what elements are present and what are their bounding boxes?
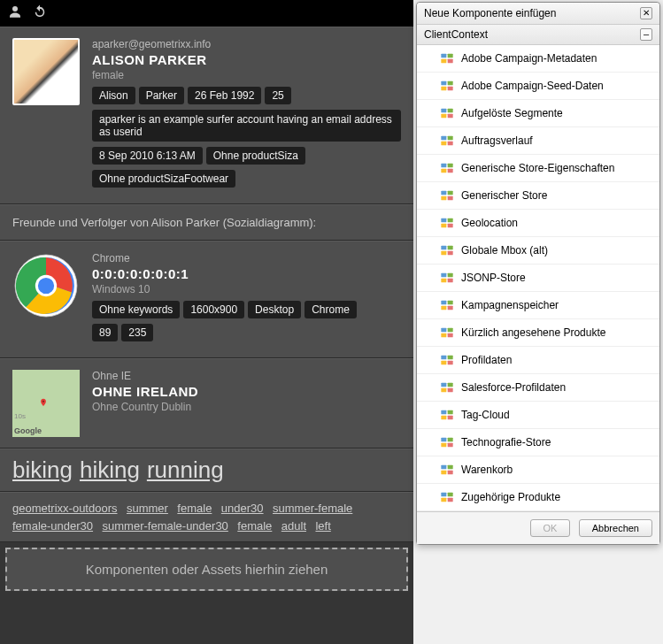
reset-icon[interactable] — [32, 4, 48, 23]
tag[interactable]: adult — [281, 518, 306, 535]
component-item[interactable]: Aufgelöste Segmente — [417, 100, 659, 127]
dialog-titlebar[interactable]: Neue Komponente einfügen ✕ — [417, 3, 659, 25]
pill: 8 Sep 2010 6:13 AM — [92, 147, 203, 165]
svg-rect-34 — [441, 246, 446, 250]
svg-rect-59 — [448, 410, 453, 415]
profile-email: aparker@geometrixx.info — [92, 38, 401, 50]
tag[interactable]: biking — [12, 456, 73, 484]
tag[interactable]: geometrixx-outdoors — [12, 500, 118, 518]
tag[interactable]: summer — [127, 500, 168, 518]
component-item[interactable]: Adobe Campaign-Metadaten — [417, 45, 659, 73]
pill: 26 Feb 1992 — [188, 87, 261, 104]
svg-rect-57 — [448, 388, 453, 393]
user-icon[interactable] — [7, 4, 23, 23]
svg-rect-11 — [448, 81, 453, 86]
pill: Chrome — [305, 301, 357, 318]
component-item[interactable]: Profildaten — [417, 347, 659, 374]
component-item[interactable]: Adobe Campaign-Seed-Daten — [417, 73, 659, 100]
svg-rect-56 — [441, 388, 446, 393]
tag[interactable]: summer-female-under30 — [103, 518, 228, 535]
component-item[interactable]: Generische Store-Eigenschaften — [417, 155, 659, 182]
tag[interactable]: female — [177, 500, 212, 518]
component-item[interactable]: Geolocation — [417, 210, 659, 237]
collapse-icon[interactable]: – — [640, 28, 652, 41]
svg-rect-35 — [448, 246, 453, 250]
svg-rect-6 — [441, 54, 446, 58]
component-item[interactable]: JSONP-Store — [417, 264, 659, 292]
component-item[interactable]: Globale Mbox (alt) — [417, 237, 659, 264]
svg-rect-22 — [441, 164, 446, 168]
svg-rect-26 — [441, 191, 446, 196]
component-item[interactable]: Auftragsverlauf — [417, 127, 659, 155]
svg-rect-52 — [441, 361, 446, 365]
pill: Alison — [92, 87, 135, 104]
geo-line2: OHNE IRELAND — [92, 384, 401, 399]
tag[interactable]: female — [237, 518, 272, 535]
svg-rect-43 — [448, 301, 453, 305]
avatar — [12, 38, 80, 105]
component-label: Kampagnenspeicher — [461, 299, 559, 311]
svg-rect-65 — [448, 443, 453, 448]
component-item[interactable]: Salesforce-Profildaten — [417, 374, 659, 402]
svg-rect-62 — [441, 438, 446, 442]
small-tags-card[interactable]: geometrixx-outdoors summer female under3… — [0, 492, 413, 542]
component-item[interactable]: Kürzlich angesehene Produkte — [417, 319, 659, 347]
svg-rect-41 — [448, 279, 453, 283]
component-item[interactable]: Technografie-Store — [417, 429, 659, 456]
tag[interactable]: running — [147, 456, 224, 484]
component-label: Technografie-Store — [461, 436, 551, 448]
component-label: Kürzlich angesehene Produkte — [461, 326, 605, 339]
browser-card[interactable]: Chrome 0:0:0:0:0:0:0:1 Windows 10 Ohne k… — [0, 241, 413, 358]
tag[interactable]: summer-female — [273, 500, 352, 518]
geo-line3: Ohne Country Dublin — [92, 401, 401, 413]
dialog-group-header[interactable]: ClientContext – — [417, 25, 659, 45]
profile-card[interactable]: aparker@geometrixx.info ALISON PARKER fe… — [0, 27, 413, 204]
svg-rect-71 — [448, 493, 453, 497]
tag[interactable]: left — [315, 518, 330, 535]
component-label: Adobe Campaign-Seed-Daten — [461, 80, 604, 92]
svg-rect-45 — [448, 306, 453, 310]
component-item[interactable]: Generischer Store — [417, 182, 659, 210]
svg-rect-36 — [441, 251, 446, 256]
geo-card[interactable]: 10s Google Ohne IE OHNE IRELAND Ohne Cou… — [0, 358, 413, 448]
component-item[interactable]: Warenkorb — [417, 456, 659, 484]
svg-point-5 — [42, 401, 44, 402]
dialog-title: Neue Komponente einfügen — [424, 7, 556, 19]
component-label: Generische Store-Eigenschaften — [461, 162, 614, 174]
component-item[interactable]: Zugehörige Produkte — [417, 484, 659, 511]
svg-rect-8 — [441, 59, 446, 64]
svg-rect-58 — [441, 410, 446, 415]
component-label: Generischer Store — [461, 189, 547, 202]
profile-pills-3: Ohne productSizaFootwear — [92, 170, 401, 188]
component-item[interactable]: Kampagnenspeicher — [417, 292, 659, 319]
component-label: Zugehörige Produkte — [461, 491, 560, 503]
svg-rect-28 — [441, 196, 446, 201]
browser-info: Chrome 0:0:0:0:0:0:0:1 Windows 10 Ohne k… — [92, 252, 401, 347]
component-label: Globale Mbox (alt) — [461, 244, 548, 257]
svg-rect-54 — [441, 383, 446, 387]
svg-rect-38 — [441, 273, 446, 278]
context-panel: aparker@geometrixx.info ALISON PARKER fe… — [0, 0, 413, 644]
cancel-button[interactable]: Abbrechen — [579, 519, 652, 537]
tag[interactable]: female-under30 — [12, 518, 93, 535]
pill: 25 — [265, 87, 290, 104]
component-label: Geolocation — [461, 217, 518, 229]
tag[interactable]: under30 — [221, 500, 264, 518]
ok-button[interactable]: OK — [530, 519, 571, 537]
social-caption: Freunde und Verfolger von Alison Parker … — [0, 204, 413, 241]
svg-rect-33 — [448, 224, 453, 228]
svg-rect-50 — [441, 356, 446, 360]
svg-rect-7 — [448, 54, 453, 58]
close-icon[interactable]: ✕ — [640, 7, 652, 19]
svg-rect-14 — [441, 109, 446, 113]
svg-rect-25 — [448, 169, 453, 173]
component-item[interactable]: Tag-Cloud — [417, 402, 659, 429]
svg-rect-69 — [448, 471, 453, 475]
svg-rect-49 — [448, 334, 453, 338]
tag[interactable]: hiking — [80, 456, 140, 484]
drop-zone[interactable]: Komponenten oder Assets hierhin ziehen — [5, 548, 408, 591]
svg-rect-40 — [441, 279, 446, 283]
component-label: Aufgelöste Segmente — [461, 107, 563, 119]
dialog-group-label: ClientContext — [424, 28, 488, 41]
big-tags-card[interactable]: bikinghikingrunning — [0, 448, 413, 492]
